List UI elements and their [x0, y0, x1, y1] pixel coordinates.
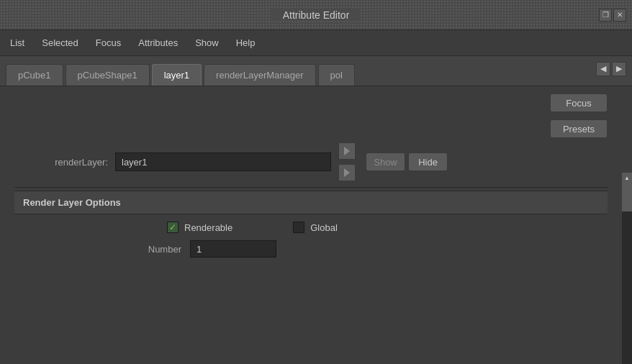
- render-layer-label: renderLayer:: [14, 157, 108, 168]
- menu-show[interactable]: Show: [194, 35, 220, 51]
- tab-nav: ◀ ▶: [596, 62, 626, 76]
- renderable-checkbox[interactable]: ✓: [167, 222, 179, 233]
- scrollbar: ▲: [622, 173, 632, 364]
- tab-layer1[interactable]: layer1: [152, 64, 202, 86]
- checkbox-row: ✓ Renderable Global: [23, 222, 599, 233]
- menu-bar: List Selected Focus Attributes Show Help: [0, 30, 632, 56]
- arrow2-icon[interactable]: [338, 164, 356, 181]
- tab-pcubeshape1[interactable]: pCubeShape1: [66, 64, 150, 86]
- number-row: Number: [23, 240, 599, 258]
- render-layer-input[interactable]: [115, 153, 331, 171]
- renderable-label: Renderable: [184, 222, 233, 233]
- number-input[interactable]: [190, 240, 276, 258]
- menu-help[interactable]: Help: [235, 35, 257, 51]
- menu-attributes[interactable]: Attributes: [137, 35, 179, 51]
- options-content: ✓ Renderable Global Number: [14, 214, 608, 265]
- icon-column: [338, 142, 356, 181]
- title-bar-controls: ❒ ✕: [599, 9, 626, 22]
- arrow1-icon[interactable]: [338, 142, 356, 160]
- tab-renderlayermanager[interactable]: renderLayerManager: [204, 64, 315, 86]
- options-header: Render Layer Options: [14, 191, 608, 214]
- menu-focus[interactable]: Focus: [94, 35, 122, 51]
- global-checkbox-item: Global: [250, 222, 338, 233]
- menu-list[interactable]: List: [9, 35, 26, 51]
- options-section: Render Layer Options ✓ Renderable Globa: [14, 191, 608, 265]
- checkmark-icon: ✓: [169, 222, 176, 232]
- section-divider: [14, 187, 608, 188]
- close-button[interactable]: ✕: [613, 9, 626, 22]
- hide-button[interactable]: Hide: [408, 153, 448, 171]
- tab-pcube1[interactable]: pCube1: [6, 64, 63, 86]
- content-inner: Focus Presets renderLayer:: [0, 86, 622, 272]
- presets-button[interactable]: Presets: [550, 119, 608, 138]
- renderable-checkbox-item: ✓ Renderable: [167, 222, 233, 233]
- title-bar-title: Attribute Editor: [271, 9, 361, 21]
- scrollbar-track[interactable]: [622, 183, 632, 364]
- global-label: Global: [310, 222, 338, 233]
- show-hide-group: Show Hide: [366, 153, 448, 171]
- focus-button[interactable]: Focus: [550, 94, 608, 112]
- app-wrapper: Attribute Editor ❒ ✕ List Selected Focus…: [0, 0, 632, 364]
- global-checkbox[interactable]: [293, 222, 304, 233]
- top-buttons-row: Focus: [14, 94, 608, 112]
- content-area: Focus Presets renderLayer:: [0, 86, 632, 364]
- restore-button[interactable]: ❒: [599, 9, 612, 22]
- number-label: Number: [131, 244, 181, 255]
- tab-bar: pCube1 pCubeShape1 layer1 renderLayerMan…: [0, 56, 632, 86]
- scrollbar-thumb[interactable]: [622, 183, 632, 211]
- show-button[interactable]: Show: [366, 153, 405, 171]
- tab-next-button[interactable]: ▶: [612, 62, 626, 76]
- tab-pol[interactable]: pol: [318, 64, 355, 86]
- menu-selected[interactable]: Selected: [40, 35, 80, 51]
- title-bar: Attribute Editor ❒ ✕: [0, 0, 632, 30]
- tab-prev-button[interactable]: ◀: [596, 62, 610, 76]
- scrollbar-up-button[interactable]: ▲: [622, 173, 632, 183]
